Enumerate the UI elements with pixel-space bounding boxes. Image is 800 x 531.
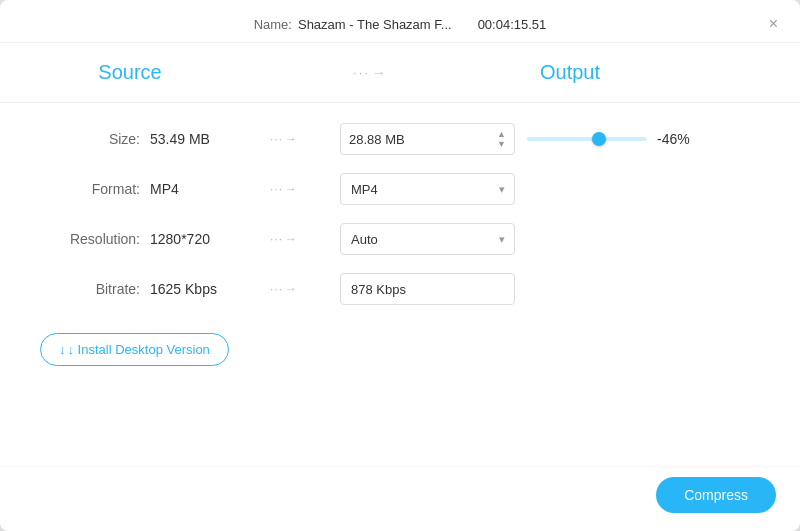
size-dots: ··· — [270, 132, 283, 146]
size-label: Size: — [40, 131, 150, 147]
bitrate-row: Bitrate: 1625 Kbps ··· → 878 Kbps — [40, 273, 760, 305]
size-slider-container: -46% — [527, 131, 697, 147]
format-select[interactable]: MP4 AVI MOV MKV — [340, 173, 515, 205]
format-row: Format: MP4 ··· → MP4 AVI MOV MKV ▾ — [40, 173, 760, 205]
close-button[interactable]: × — [767, 14, 780, 34]
name-label: Name: — [254, 17, 292, 32]
resolution-row: Resolution: 1280*720 ··· → Auto 1280*720… — [40, 223, 760, 255]
size-output-value: 28.88 MB — [349, 132, 405, 147]
bottom-bar: Compress — [0, 466, 800, 531]
size-percentage: -46% — [657, 131, 697, 147]
resolution-dropdown-wrapper: Auto 1280*720 1920*1080 640*480 ▾ — [340, 223, 515, 255]
install-icon: ↓ — [59, 342, 66, 357]
compress-button[interactable]: Compress — [656, 477, 776, 513]
source-output-row: Source ··· → Output — [0, 43, 800, 102]
file-name: Shazam - The Shazam F... — [298, 17, 452, 32]
resolution-select[interactable]: Auto 1280*720 1920*1080 640*480 — [340, 223, 515, 255]
resolution-output-control: Auto 1280*720 1920*1080 640*480 ▾ — [340, 223, 515, 255]
format-source-value: MP4 — [150, 181, 270, 197]
bitrate-source-value: 1625 Kbps — [150, 281, 270, 297]
bitrate-arrow: ··· → — [270, 282, 340, 296]
main-window: Name: Shazam - The Shazam F... 00:04:15.… — [0, 0, 800, 531]
format-dropdown-wrapper: MP4 AVI MOV MKV ▾ — [340, 173, 515, 205]
size-output-control: 28.88 MB ▲ ▼ -46% — [340, 123, 697, 155]
content-area: Size: 53.49 MB ··· → 28.88 MB ▲ ▼ — [0, 113, 800, 466]
size-down-button[interactable]: ▼ — [497, 140, 506, 149]
bitrate-label: Bitrate: — [40, 281, 150, 297]
output-label: Output — [540, 61, 740, 84]
title-bar: Name: Shazam - The Shazam F... 00:04:15.… — [0, 0, 800, 43]
resolution-source-value: 1280*720 — [150, 231, 270, 247]
divider — [0, 102, 800, 103]
bitrate-output-value: 878 Kbps — [351, 282, 406, 297]
format-arrow: ··· → — [270, 182, 340, 196]
resolution-arrow: ··· → — [270, 232, 340, 246]
size-arrow-right: → — [285, 132, 298, 146]
size-source-value: 53.49 MB — [150, 131, 270, 147]
install-label: ↓ Install Desktop Version — [68, 342, 210, 357]
resolution-label: Resolution: — [40, 231, 150, 247]
bitrate-output-box: 878 Kbps — [340, 273, 515, 305]
size-spinners[interactable]: ▲ ▼ — [497, 130, 506, 149]
size-slider-thumb[interactable] — [592, 132, 606, 146]
arrow-right: → — [372, 65, 387, 80]
size-up-button[interactable]: ▲ — [497, 130, 506, 139]
size-output-box[interactable]: 28.88 MB ▲ ▼ — [340, 123, 515, 155]
install-desktop-button[interactable]: ↓ ↓ Install Desktop Version — [40, 333, 229, 366]
source-arrow: ··· → — [200, 65, 540, 80]
dots: ··· — [353, 65, 370, 80]
file-duration: 00:04:15.51 — [478, 17, 547, 32]
size-row: Size: 53.49 MB ··· → 28.88 MB ▲ ▼ — [40, 123, 760, 155]
file-info: Name: Shazam - The Shazam F... 00:04:15.… — [254, 17, 547, 32]
format-output-control: MP4 AVI MOV MKV ▾ — [340, 173, 515, 205]
size-slider-track[interactable] — [527, 137, 647, 141]
size-arrow: ··· → — [270, 132, 340, 146]
format-label: Format: — [40, 181, 150, 197]
bitrate-output-control: 878 Kbps — [340, 273, 515, 305]
source-label: Source — [60, 61, 200, 84]
